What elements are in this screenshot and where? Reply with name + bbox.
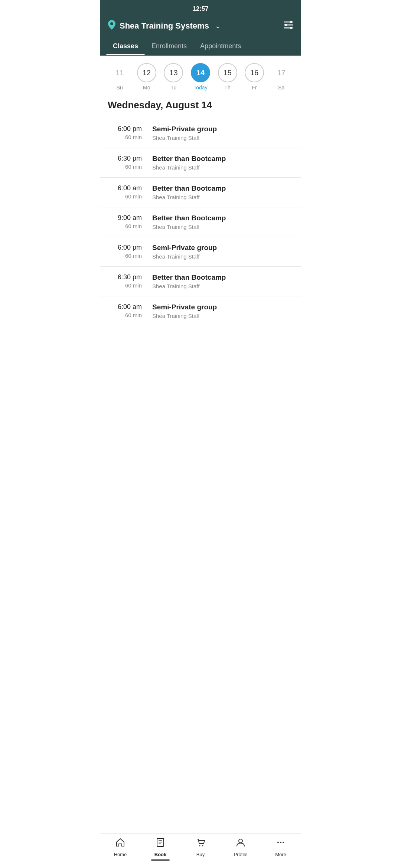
date-heading: Wednesday, August 14 [100,96,301,118]
cal-number-17: 17 [272,63,291,82]
calendar-day-17[interactable]: 17 Sa [272,63,291,91]
location-selector[interactable]: Shea Training Systems ⌄ [108,20,221,32]
svg-rect-9 [159,844,161,844]
class-item-6[interactable]: 6:00 am 60 min Semi-Private group Shea T… [100,296,301,326]
svg-point-12 [239,839,242,843]
cal-label-15: Th [224,85,230,91]
svg-point-11 [202,845,203,846]
class-item-4[interactable]: 6:00 pm 60 min Semi-Private group Shea T… [100,237,301,267]
cal-number-13: 13 [164,63,183,82]
cal-number-16: 16 [245,63,264,82]
status-time: 12:57 [192,5,208,12]
class-time-0: 6:00 pm 60 min [108,125,152,140]
svg-rect-4 [285,24,287,26]
calendar-day-13[interactable]: 13 Tu [164,63,183,91]
tab-enrollments[interactable]: Enrollments [145,38,193,55]
class-info-5: Better than Bootcamp Shea Training Staff [152,273,293,289]
calendar-day-15[interactable]: 15 Th [218,63,237,91]
class-time-4: 6:00 pm 60 min [108,244,152,259]
location-name: Shea Training Systems [120,21,209,31]
status-bar: 12:57 [100,0,301,16]
class-time-5: 6:30 pm 60 min [108,273,152,289]
nav-home-label: Home [114,852,127,857]
buy-icon [195,837,206,850]
nav-book[interactable]: Book [146,837,175,861]
nav-tabs: Classes Enrollments Appointments [100,38,301,56]
svg-rect-3 [290,21,292,23]
nav-buy-label: Buy [196,852,205,857]
svg-point-15 [283,842,284,843]
class-list: 6:00 pm 60 min Semi-Private group Shea T… [100,118,301,363]
cal-label-17: Sa [278,85,284,91]
calendar-strip: 11 Su 12 Mo 13 Tu 14 Today 15 Th 16 Fr 1… [100,56,301,96]
nav-more-label: More [275,852,286,857]
cal-label-14: Today [193,85,207,91]
nav-book-label: Book [154,852,167,857]
class-time-6: 6:00 am 60 min [108,303,152,318]
calendar-day-11[interactable]: 11 Su [110,63,129,91]
cal-number-12: 12 [137,63,156,82]
class-item-2[interactable]: 6:00 am 60 min Better than Bootcamp Shea… [100,178,301,207]
tab-appointments[interactable]: Appointments [193,38,248,55]
cal-label-11: Su [117,85,123,91]
class-time-1: 6:30 pm 60 min [108,155,152,170]
tab-classes[interactable]: Classes [106,38,145,55]
class-info-6: Semi-Private group Shea Training Staff [152,303,293,319]
svg-rect-5 [290,27,292,29]
class-item-3[interactable]: 9:00 am 60 min Better than Bootcamp Shea… [100,207,301,237]
cal-label-16: Fr [252,85,257,91]
calendar-day-12[interactable]: 12 Mo [137,63,156,91]
cal-number-11: 11 [110,63,129,82]
nav-home[interactable]: Home [105,837,135,861]
cal-number-15: 15 [218,63,237,82]
chevron-down-icon: ⌄ [215,22,221,30]
class-info-4: Semi-Private group Shea Training Staff [152,244,293,260]
calendar-day-14[interactable]: 14 Today [191,63,210,91]
nav-more[interactable]: More [266,837,296,861]
svg-rect-8 [159,842,162,842]
class-item-1[interactable]: 6:30 pm 60 min Better than Bootcamp Shea… [100,148,301,178]
class-info-0: Semi-Private group Shea Training Staff [152,125,293,141]
nav-profile-label: Profile [234,852,248,857]
book-icon [155,837,166,850]
svg-point-13 [277,842,279,843]
calendar-day-16[interactable]: 16 Fr [245,63,264,91]
cal-label-13: Tu [170,85,176,91]
nav-buy[interactable]: Buy [186,837,215,861]
filter-icon[interactable] [284,21,293,31]
cal-label-12: Mo [143,85,150,91]
class-info-1: Better than Bootcamp Shea Training Staff [152,155,293,171]
cal-number-14: 14 [191,63,210,82]
location-icon [108,20,116,32]
svg-point-14 [280,842,281,843]
home-icon [115,837,125,850]
profile-icon [235,837,246,850]
svg-rect-7 [159,840,162,841]
more-icon [276,837,286,850]
header: Shea Training Systems ⌄ [100,16,301,38]
nav-profile[interactable]: Profile [226,837,255,861]
book-active-indicator [151,859,170,861]
class-item-0[interactable]: 6:00 pm 60 min Semi-Private group Shea T… [100,118,301,148]
svg-point-10 [199,845,200,846]
bottom-nav: Home Book Buy [100,833,301,868]
class-info-3: Better than Bootcamp Shea Training Staff [152,214,293,230]
class-time-2: 6:00 am 60 min [108,184,152,200]
class-time-3: 9:00 am 60 min [108,214,152,229]
class-item-5[interactable]: 6:30 pm 60 min Better than Bootcamp Shea… [100,267,301,296]
class-info-2: Better than Bootcamp Shea Training Staff [152,184,293,200]
